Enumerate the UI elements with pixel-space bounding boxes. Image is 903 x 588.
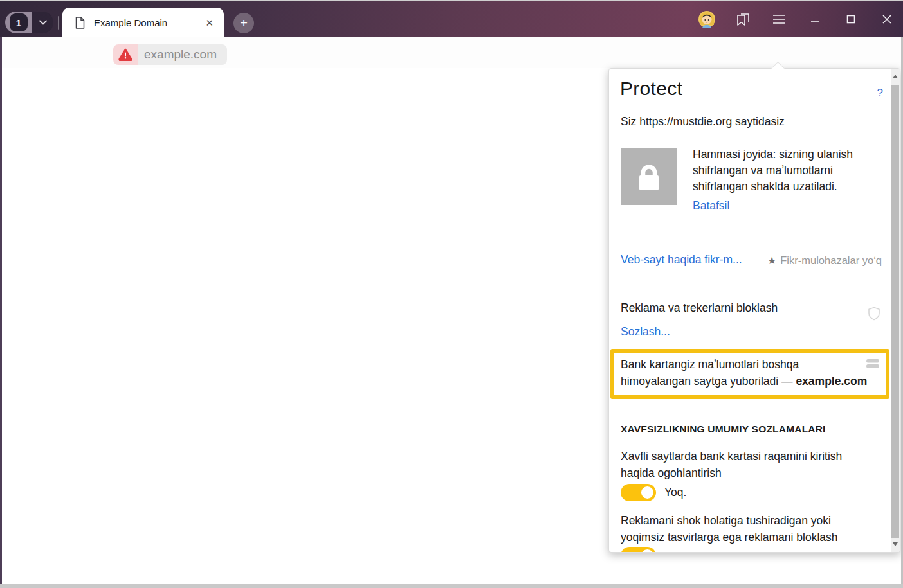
shield-outline-icon: [868, 307, 880, 323]
adblock-settings-link[interactable]: Sozlash...: [621, 325, 670, 339]
site-feedback-link[interactable]: Veb-sayt haqida fikr-m...: [621, 253, 742, 267]
tab-counter-button[interactable]: 1: [5, 12, 32, 33]
panels-bookmark-icon: [736, 12, 750, 26]
lock-icon: [634, 162, 664, 192]
toggle-knob: [641, 549, 653, 553]
close-window-button[interactable]: [879, 11, 895, 28]
side-panels-button[interactable]: [734, 11, 751, 28]
connection-status-text: Hammasi joyida: sizning ulanish shifrlan…: [693, 147, 886, 195]
browser-window: 1 Example Domain ✕ +: [0, 0, 903, 588]
triangle-up-icon: [893, 75, 898, 78]
shock-ads-setting-text: Reklamani shok holatiga tushiradigan yok…: [621, 512, 838, 546]
tab-example-domain[interactable]: Example Domain ✕: [62, 8, 224, 37]
scroll-down-button[interactable]: [891, 540, 900, 549]
security-warning-badge[interactable]: [113, 44, 138, 65]
new-tab-button[interactable]: +: [233, 13, 254, 33]
page-icon: [75, 17, 85, 29]
warning-triangle-icon: [118, 48, 132, 61]
tab-group-control[interactable]: 1: [5, 12, 53, 33]
small-card-icon: [866, 359, 879, 371]
details-link[interactable]: Batafsil: [693, 199, 729, 213]
help-link[interactable]: ?: [877, 87, 883, 100]
card-warning-toggle[interactable]: [621, 484, 656, 501]
card-warning-toggle-state: Yoq.: [664, 486, 686, 499]
bank-card-notice-text: Bank kartangiz maʼlumotlari boshqa himoy…: [621, 356, 867, 389]
titlebar-separator: [58, 16, 59, 30]
connection-status-thumbnail: [621, 148, 677, 205]
window-border-left: [0, 37, 2, 588]
reviews-status: ★ Fikr-mulohazalar yoʻq: [767, 254, 882, 267]
address-bar[interactable]: example.com: [113, 44, 227, 65]
chevron-down-icon: [39, 20, 47, 25]
current-site-text: Siz https://mustdie.org saytidasiz: [621, 115, 785, 129]
browser-menu-button[interactable]: [771, 11, 787, 28]
divider: [621, 242, 883, 242]
hamburger-menu-icon: [772, 14, 785, 24]
scroll-up-button[interactable]: [891, 72, 900, 81]
avatar-girl-icon: [698, 11, 715, 28]
window-border-bottom: [0, 584, 903, 588]
divider: [621, 283, 883, 283]
adblock-title: Reklama va trekerlarni bloklash: [621, 301, 778, 315]
protect-panel: Protect ? Siz https://mustdie.org saytid…: [608, 68, 900, 553]
star-icon: ★: [767, 254, 776, 267]
bank-card-notice: Bank kartangiz maʼlumotlari boshqa himoy…: [610, 349, 889, 399]
shock-ads-toggle[interactable]: [621, 547, 656, 553]
panel-scrollbar[interactable]: [891, 69, 900, 553]
scrollbar-thumb[interactable]: [891, 85, 899, 538]
minimize-button[interactable]: [807, 11, 823, 28]
triangle-down-icon: [893, 542, 898, 546]
card-warning-setting-text: Xavfli saytlarda bank kartasi raqamini k…: [621, 448, 842, 481]
tab-counter[interactable]: 1: [10, 13, 28, 31]
toggle-knob: [641, 486, 653, 499]
tab-title: Example Domain: [94, 17, 205, 28]
minimize-icon: [810, 15, 819, 24]
reviews-label: Fikr-mulohazalar yoʻq: [780, 254, 882, 267]
tab-list-dropdown[interactable]: [32, 12, 53, 33]
titlebar: 1 Example Domain ✕ +: [0, 1, 903, 37]
security-section-header: XAVFSIZLIKNING UMUMIY SOZLAMALARI: [621, 423, 826, 435]
panel-title: Protect: [620, 78, 682, 100]
tab-close-icon[interactable]: ✕: [205, 18, 214, 28]
url-text[interactable]: example.com: [138, 44, 227, 65]
notice-domain: example.com: [796, 375, 867, 388]
maximize-button[interactable]: [843, 11, 859, 28]
close-icon: [882, 14, 892, 24]
profile-avatar[interactable]: [698, 11, 715, 28]
maximize-icon: [846, 15, 855, 24]
